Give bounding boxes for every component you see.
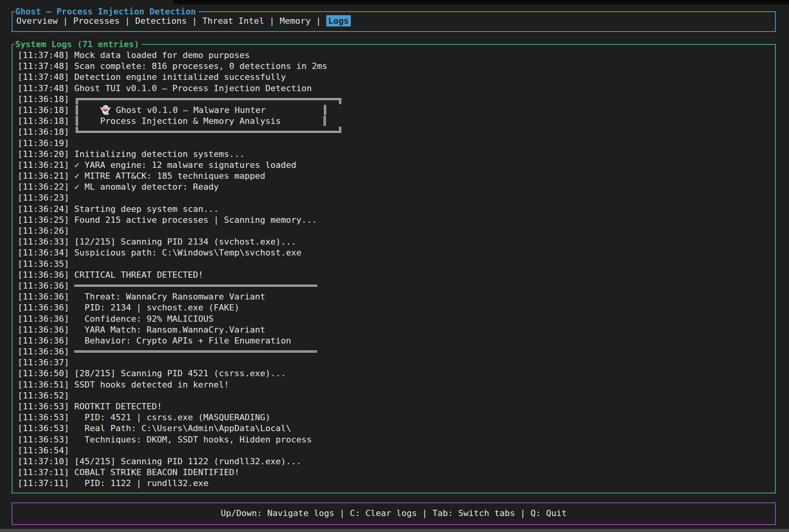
log-message: ✓ YARA engine: 12 malware signatures loa…	[74, 160, 296, 170]
log-message: Mock data loaded for demo purposes	[74, 50, 249, 60]
log-row: [11:36:54]	[18, 445, 775, 456]
log-message: Initializing detection systems...	[74, 149, 244, 159]
log-row: [11:36:36]══════════════════════════════…	[18, 346, 775, 357]
log-timestamp: [11:36:36]	[18, 281, 69, 291]
log-message: Found 215 active processes | Scanning me…	[74, 215, 317, 225]
log-timestamp: [11:36:35]	[18, 259, 69, 269]
log-timestamp: [11:36:52]	[18, 391, 69, 400]
log-timestamp: [11:36:53]	[18, 402, 69, 411]
log-message: PID: 4521 | csrss.exe (MASQUERADING)	[74, 412, 270, 422]
log-timestamp: [11:36:25]	[18, 215, 69, 225]
log-message: [28/215] Scanning PID 4521 (csrss.exe)..…	[74, 368, 286, 378]
log-timestamp: [11:36:33]	[18, 237, 69, 247]
log-timestamp: [11:36:18]	[18, 127, 69, 137]
log-message: SSDT hooks detected in kernel!	[74, 380, 229, 389]
tab-separator: |	[311, 16, 326, 26]
log-timestamp: [11:37:11]	[18, 467, 69, 477]
log-row: [11:36:36] YARA Match: Ransom.WannaCry.V…	[18, 324, 775, 335]
log-message: ════════════════════════════════════════…	[74, 347, 317, 356]
log-timestamp: [11:36:36]	[18, 292, 69, 301]
log-timestamp: [11:36:36]	[18, 270, 69, 280]
log-row: [11:36:18]╚═════════════════════════════…	[18, 127, 775, 137]
log-message: Confidence: 92% MALICIOUS	[74, 314, 214, 324]
log-message: PID: 2134 | svchost.exe (FAKE)	[74, 303, 239, 312]
log-timestamp: [11:36:53]	[18, 412, 69, 422]
tab-threat-intel[interactable]: Threat Intel	[202, 16, 264, 26]
log-message: Detection engine initialized successfull…	[74, 72, 286, 82]
log-row: [11:36:36] PID: 2134 | svchost.exe (FAKE…	[18, 302, 775, 313]
log-row: [11:37:48]Mock data loaded for demo purp…	[18, 50, 775, 61]
log-message: Techniques: DKOM, SSDT hooks, Hidden pro…	[74, 435, 311, 444]
tab-processes[interactable]: Processes	[73, 16, 120, 26]
log-timestamp: [11:36:18]	[18, 105, 69, 115]
log-message: YARA Match: Ransom.WannaCry.Variant	[74, 325, 265, 335]
log-message: CRITICAL THREAT DETECTED!	[74, 270, 203, 280]
log-row: [11:36:24]Starting deep system scan...	[18, 204, 775, 215]
log-row: [11:37:48]Scan complete: 816 processes, …	[18, 61, 775, 72]
help-bar-text: Up/Down: Navigate logs | C: Clear logs |…	[12, 503, 775, 523]
log-timestamp: [11:36:36]	[18, 325, 69, 335]
tab-separator: |	[58, 16, 73, 26]
log-timestamp: [11:36:24]	[18, 204, 69, 214]
log-message: ╔═══════════════════════════════════════…	[74, 94, 343, 104]
log-row: [11:37:10][45/215] Scanning PID 1122 (ru…	[18, 456, 775, 467]
log-row: [11:36:53] PID: 4521 | csrss.exe (MASQUE…	[18, 412, 775, 423]
tab-bar-panel: Ghost — Process Injection Detection Over…	[12, 11, 776, 32]
log-message: ╚═══════════════════════════════════════…	[74, 127, 343, 137]
log-row: [11:36:35]	[18, 259, 775, 270]
log-timestamp: [11:36:21]	[18, 171, 69, 181]
log-message: [12/215] Scanning PID 2134 (svchost.exe)…	[74, 237, 296, 247]
log-row: [11:36:34]Suspicious path: C:\Windows\Te…	[18, 247, 775, 258]
log-timestamp: [11:37:48]	[18, 72, 69, 82]
log-message: Scan complete: 816 processes, 0 detectio…	[74, 61, 327, 71]
log-timestamp: [11:36:21]	[18, 160, 69, 170]
log-row: [11:36:36]══════════════════════════════…	[18, 280, 775, 291]
log-row: [11:36:53] Techniques: DKOM, SSDT hooks,…	[18, 434, 775, 445]
log-timestamp: [11:36:50]	[18, 368, 69, 378]
tab-memory[interactable]: Memory	[280, 16, 311, 26]
log-timestamp: [11:36:19]	[18, 138, 69, 148]
tab-separator: |	[264, 16, 280, 26]
log-timestamp: [11:37:48]	[18, 61, 69, 71]
log-list[interactable]: [11:37:48]Mock data loaded for demo purp…	[12, 45, 775, 493]
log-message: Real Path: C:\Users\Admin\AppData\Local\	[74, 423, 291, 433]
log-timestamp: [11:37:10]	[18, 456, 69, 466]
log-message: Suspicious path: C:\Windows\Temp\svchost…	[74, 248, 301, 257]
log-message: ✓ MITRE ATT&CK: 185 techniques mapped	[74, 171, 265, 181]
log-row: [11:36:51]SSDT hooks detected in kernel!	[18, 379, 775, 390]
log-timestamp: [11:36:36]	[18, 347, 69, 356]
log-row: [11:37:11] PID: 1122 | rundll32.exe	[18, 478, 775, 489]
log-message: [45/215] Scanning PID 1122 (rundll32.exe…	[74, 456, 301, 466]
log-timestamp: [11:36:37]	[18, 358, 69, 367]
log-message: ════════════════════════════════════════…	[74, 281, 317, 291]
log-message: ROOTKIT DETECTED!	[74, 402, 162, 411]
tab-detections[interactable]: Detections	[135, 16, 187, 26]
log-row: [11:37:11]COBALT STRIKE BEACON IDENTIFIE…	[18, 467, 775, 478]
log-timestamp: [11:36:51]	[18, 380, 69, 389]
log-timestamp: [11:36:53]	[18, 423, 69, 433]
log-message: ✓ ML anomaly detector: Ready	[74, 182, 219, 192]
log-row: [11:36:23]	[18, 192, 775, 203]
log-row: [11:36:36] Behavior: Crypto APIs + File …	[18, 335, 775, 346]
log-timestamp: [11:36:20]	[18, 149, 69, 159]
log-row: [11:36:53] Real Path: C:\Users\Admin\App…	[18, 423, 775, 434]
log-timestamp: [11:36:36]	[18, 303, 69, 312]
help-bar: Up/Down: Navigate logs | C: Clear logs |…	[12, 502, 776, 525]
log-row: [11:36:53]ROOTKIT DETECTED!	[18, 401, 775, 412]
log-row: [11:36:19]	[18, 138, 775, 149]
log-row: [11:36:22]✓ ML anomaly detector: Ready	[18, 181, 775, 192]
log-timestamp: [11:36:22]	[18, 182, 69, 192]
log-row: [11:36:20]Initializing detection systems…	[18, 149, 775, 160]
log-row: [11:36:25]Found 215 active processes | S…	[18, 215, 775, 225]
tab-separator: |	[120, 16, 135, 26]
tab-overview[interactable]: Overview	[16, 16, 58, 26]
tab-logs[interactable]: Logs	[326, 15, 351, 26]
log-timestamp: [11:37:48]	[18, 83, 69, 93]
log-timestamp: [11:36:34]	[18, 248, 69, 257]
log-message: Ghost TUI v0.1.0 — Process Injection Det…	[74, 83, 311, 93]
log-timestamp: [11:36:36]	[18, 314, 69, 324]
log-row: [11:36:21]✓ MITRE ATT&CK: 185 techniques…	[18, 171, 775, 181]
log-timestamp: [11:36:36]	[18, 336, 69, 345]
log-row: [11:36:37]	[18, 357, 775, 368]
log-timestamp: [11:36:18]	[18, 116, 69, 126]
